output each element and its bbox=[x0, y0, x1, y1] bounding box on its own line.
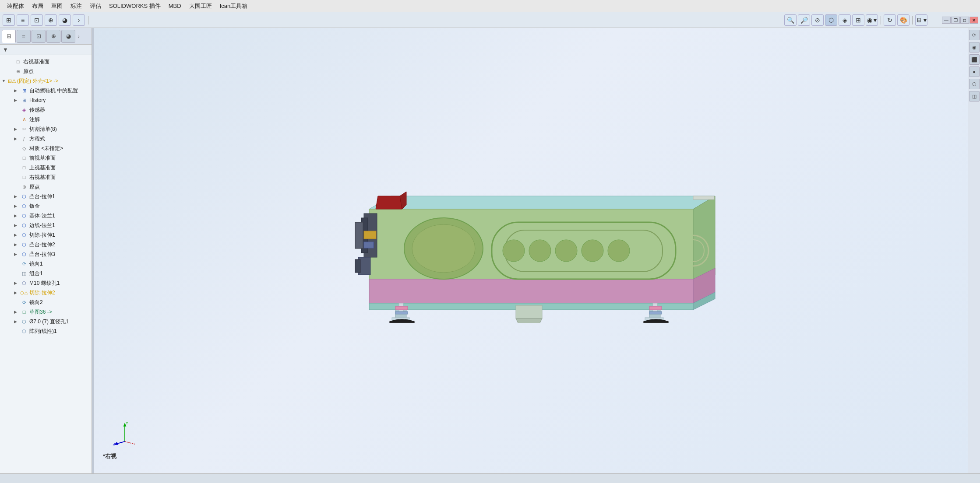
toolbar-sep-2 bbox=[881, 16, 881, 24]
right-btn-4[interactable]: ● bbox=[969, 66, 980, 77]
toolbar-btn-view1[interactable]: ⬡ bbox=[825, 14, 837, 26]
svg-rect-3 bbox=[369, 279, 693, 303]
toolbar-btn-pie[interactable]: ◕ bbox=[59, 14, 71, 26]
menu-item-mbd[interactable]: MBD bbox=[165, 2, 185, 10]
tree-item-top-plane[interactable]: □ 上视基准面 bbox=[0, 163, 92, 172]
combine-icon: ◫ bbox=[20, 270, 28, 277]
feature-tree[interactable]: □ 右视基准面 ⊕ 原点 ▼ ⊞⚠ (固定) 外壳<1> -> ▶ ⊞ 自动擦鞋… bbox=[0, 55, 92, 473]
tree-item-boss-extrude2[interactable]: ▶ ⬡ 凸台-拉伸2 bbox=[0, 240, 92, 249]
tree-arrow: ▶ bbox=[14, 310, 20, 314]
restore-button[interactable]: ❐ bbox=[951, 17, 960, 24]
tree-item-cut-extrude1[interactable]: ▶ ⬡ 切除-拉伸1 bbox=[0, 230, 92, 240]
tree-item-history[interactable]: ▶ ⊞ History bbox=[0, 95, 92, 105]
tree-item-edge-flange[interactable]: ▶ ⬡ 边线-法兰1 bbox=[0, 220, 92, 230]
tab-display[interactable]: ⊕ bbox=[46, 30, 60, 43]
tree-item-right-plane-2[interactable]: □ 右视基准面 bbox=[0, 172, 92, 182]
tree-arrow: ▶ bbox=[14, 194, 20, 199]
tab-property[interactable]: ≡ bbox=[17, 30, 31, 43]
filter-icon[interactable]: ▼ bbox=[3, 46, 8, 53]
toolbar-btn-view2[interactable]: ◈ bbox=[839, 14, 851, 26]
tab-feature-tree[interactable]: ⊞ bbox=[2, 30, 16, 43]
tree-item-boss-extrude3[interactable]: ▶ ⬡ 凸台-拉伸3 bbox=[0, 249, 92, 259]
menu-item-buju[interactable]: 布局 bbox=[28, 1, 47, 11]
tab-appearance[interactable]: ◕ bbox=[61, 30, 75, 43]
menu-item-zhuangpei[interactable]: 装配体 bbox=[4, 1, 28, 11]
toolbar-btn-monitor[interactable]: 🖥 ▾ bbox=[915, 14, 927, 26]
tree-item-mirror2[interactable]: ⟳ 镜向2 bbox=[0, 298, 92, 307]
tree-item-boss-extrude1[interactable]: ▶ ⬡ 凸台-拉伸1 bbox=[0, 192, 92, 201]
svg-rect-33 bbox=[516, 305, 542, 318]
tree-item-annotation[interactable]: Ａ 注解 bbox=[0, 115, 92, 124]
tree-label: 前视基准面 bbox=[29, 154, 56, 162]
toolbar-btn-view4[interactable]: ◉ ▾ bbox=[866, 14, 878, 26]
left-panel-tabs: ⊞ ≡ ⊡ ⊕ ◕ › bbox=[0, 28, 92, 45]
tab-config[interactable]: ⊡ bbox=[32, 30, 46, 43]
minimize-button[interactable]: — bbox=[942, 17, 951, 24]
toolbar-btn-search2[interactable]: 🔎 bbox=[798, 14, 810, 26]
tree-item-cut-extrude2[interactable]: ▶ ⬡⚠ 切除-拉伸2 bbox=[0, 288, 92, 298]
tree-item-equation[interactable]: ▶ ƒ 方程式 bbox=[0, 134, 92, 144]
tree-item-sensor[interactable]: ◈ 传感器 bbox=[0, 105, 92, 115]
tree-item-origin-1[interactable]: ⊕ 原点 bbox=[0, 66, 92, 76]
toolbar-btn-more[interactable]: › bbox=[73, 14, 85, 26]
toolbar-btn-list[interactable]: ≡ bbox=[17, 14, 29, 26]
toolbar-btn-rotate[interactable]: ↻ bbox=[884, 14, 896, 26]
tree-label: 组合1 bbox=[29, 270, 43, 277]
right-btn-3[interactable]: ⬛ bbox=[969, 54, 980, 65]
tree-item-fixed-shell[interactable]: ▼ ⊞⚠ (固定) 外壳<1> -> bbox=[0, 76, 92, 86]
toolbar-btn-filter[interactable]: ⊘ bbox=[811, 14, 824, 26]
toolbar-btn-cross[interactable]: ⊕ bbox=[45, 14, 57, 26]
tree-item-origin-2[interactable]: ⊕ 原点 bbox=[0, 182, 92, 192]
tree-item-sketch36[interactable]: ▶ □ 草图36 -> bbox=[0, 307, 92, 317]
tree-item-pattern[interactable]: ⬡ 阵列(线性)1 bbox=[0, 326, 92, 336]
tree-label: 注解 bbox=[29, 116, 40, 123]
svg-rect-41 bbox=[649, 306, 662, 310]
tree-item-thread-hole[interactable]: ▶ ⬡ M10 螺纹孔1 bbox=[0, 278, 92, 288]
main-layout: ⊞ ≡ ⊡ ⊕ ◕ › ▼ □ 右视基准面 ⊕ 原点 bbox=[0, 28, 980, 473]
tree-item-combine[interactable]: ◫ 组合1 bbox=[0, 269, 92, 278]
tree-item-front-plane[interactable]: □ 前视基准面 bbox=[0, 153, 92, 163]
origin-icon: ⊕ bbox=[20, 183, 28, 190]
mirror-icon: ⟳ bbox=[20, 260, 28, 267]
menu-item-ican[interactable]: Ican工具箱 bbox=[216, 1, 251, 11]
tree-arrow: ▼ bbox=[2, 79, 8, 83]
toolbar-btn-view3[interactable]: ⊞ bbox=[852, 14, 864, 26]
menu-item-solidworks[interactable]: SOLIDWORKS 插件 bbox=[106, 1, 164, 11]
menu-item-daguo[interactable]: 大国工匠 bbox=[186, 1, 215, 11]
menu-item-biaozhu[interactable]: 标注 bbox=[67, 1, 85, 11]
toolbar-btn-box[interactable]: ⊡ bbox=[31, 14, 43, 26]
viewport[interactable]: Y Z *右视 bbox=[94, 28, 968, 473]
history-icon: ⊞ bbox=[20, 97, 28, 104]
tree-item-sheetmetal[interactable]: ▶ ⬡ 钣金 bbox=[0, 201, 92, 211]
plane-icon: □ bbox=[20, 164, 28, 171]
right-btn-2[interactable]: ◉ bbox=[969, 42, 980, 52]
svg-point-20 bbox=[503, 240, 525, 262]
plane-icon: □ bbox=[20, 154, 28, 161]
close-button[interactable]: ✕ bbox=[969, 17, 978, 24]
tree-item-mirror1[interactable]: ⟳ 镜向1 bbox=[0, 259, 92, 269]
menu-item-caotu[interactable]: 草图 bbox=[48, 1, 66, 11]
status-bar bbox=[0, 473, 980, 483]
toolbar-btn-assembly[interactable]: ⊞ bbox=[3, 14, 15, 26]
tree-item-base-flange[interactable]: ▶ ⬡ 基体-法兰1 bbox=[0, 211, 92, 220]
toolbar-btn-color[interactable]: 🎨 bbox=[897, 14, 909, 26]
tree-label: 传感器 bbox=[29, 106, 45, 114]
equation-icon: ƒ bbox=[20, 135, 28, 142]
tree-item-material[interactable]: ◇ 材质 <未指定> bbox=[0, 144, 92, 153]
axes-indicator: Y Z bbox=[112, 421, 138, 447]
maximize-button[interactable]: □ bbox=[960, 17, 969, 24]
tree-item-hole[interactable]: ▶ ⬡ Ø7.0 (7) 直径孔1 bbox=[0, 317, 92, 326]
tree-item-cutlist[interactable]: ▶ ✂ 切割清单(8) bbox=[0, 124, 92, 134]
tree-item-config[interactable]: ▶ ⊞ 自动擦鞋机 中的配置 bbox=[0, 86, 92, 95]
toolbar-btn-search[interactable]: 🔍 bbox=[784, 14, 797, 26]
right-btn-5[interactable]: ⬡ bbox=[969, 79, 980, 89]
tab-more-arrow[interactable]: › bbox=[76, 32, 81, 41]
right-btn-6[interactable]: ◫ bbox=[969, 91, 980, 102]
svg-rect-40 bbox=[644, 321, 668, 323]
tree-item-right-plane[interactable]: □ 右视基准面 bbox=[0, 57, 92, 66]
menu-item-pinggu[interactable]: 评估 bbox=[86, 1, 105, 11]
right-btn-1[interactable]: ⟳ bbox=[969, 30, 980, 40]
cutlist-icon: ✂ bbox=[20, 126, 28, 133]
svg-rect-11 bbox=[364, 242, 374, 248]
svg-point-24 bbox=[608, 240, 630, 262]
